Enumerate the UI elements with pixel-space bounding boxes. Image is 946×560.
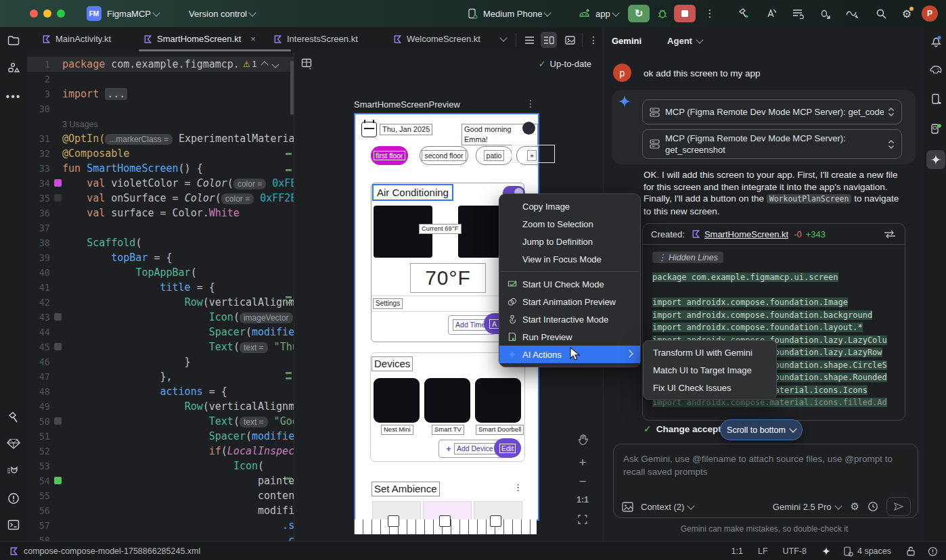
resource-manager-tool-button[interactable]	[0, 62, 27, 74]
status-file-name[interactable]: compose-compose-model-1758866285245.xml	[24, 546, 200, 556]
rerun-button[interactable]: ↻	[628, 5, 650, 22]
line-ending[interactable]: LF	[758, 546, 768, 556]
gear-icon[interactable]: ⚙	[851, 500, 859, 513]
menu-item-view-in-focus-mode[interactable]: View in Focus Mode	[499, 250, 640, 268]
avatar[interactable]: P	[922, 5, 938, 22]
code-line[interactable]: 37	[27, 220, 294, 235]
attach-debugger-button[interactable]	[814, 5, 836, 22]
design-view-button[interactable]	[562, 32, 578, 48]
prev-problem-icon[interactable]	[261, 61, 269, 68]
code-line[interactable]: 55 contentD	[27, 488, 294, 503]
menu-item-start-animation-preview[interactable]: Start Animation Preview	[499, 293, 640, 310]
notifications-button[interactable]	[925, 35, 946, 47]
code-line[interactable]: 31@OptIn(...markerClass = ExperimentalMa…	[27, 131, 294, 146]
profile-avatar[interactable]	[522, 122, 535, 135]
code-line[interactable]: 57 .siz	[27, 518, 294, 533]
translate-actions-button[interactable]	[760, 5, 782, 22]
submenu-item-match-ui-to-target-image[interactable]: Match UI to Target Image	[644, 361, 776, 379]
todo-list-button[interactable]	[787, 5, 809, 22]
chip-patio[interactable]: patio	[476, 146, 512, 165]
zoom-out-button[interactable]: −	[573, 473, 592, 490]
code-line[interactable]: 3 Usages	[27, 116, 294, 131]
code-line[interactable]: 42 Row(verticalAlignmen	[27, 295, 294, 310]
preview-title[interactable]: SmartHomeScreenPreview	[354, 99, 460, 110]
close-tab-icon[interactable]: ×	[250, 34, 256, 44]
code-editor[interactable]: 1package com.example.figmamcp.u23import …	[27, 53, 294, 541]
code-line[interactable]: 2	[27, 72, 294, 87]
code-line[interactable]: 36 val surface = Color.White	[27, 206, 294, 220]
gutter-color-swatch[interactable]	[54, 194, 62, 202]
indent-setting[interactable]: 4 spaces	[857, 546, 891, 556]
zoom-reset-button[interactable]: 1:1	[573, 492, 592, 507]
code-line[interactable]: 40 TopAppBar(	[27, 265, 294, 280]
submenu-item-transform-ui-with-gemini[interactable]: Transform UI with Gemini	[644, 344, 776, 361]
gutter-color-swatch[interactable]	[54, 477, 62, 484]
code-line[interactable]: 53 Icon(	[27, 459, 294, 473]
code-line[interactable]: 44 Spacer(modifier	[27, 325, 294, 340]
terminal-tool-button[interactable]	[0, 519, 27, 530]
gutter-color-swatch[interactable]	[54, 179, 62, 187]
chip-first-floor[interactable]: first floor	[371, 146, 408, 165]
app-quality-insights-tool-button[interactable]	[0, 438, 27, 450]
unlock-icon[interactable]	[906, 546, 916, 557]
code-line[interactable]: 3import ...	[27, 87, 294, 101]
debug-button[interactable]	[652, 5, 673, 22]
code-line[interactable]: 43 Icon(imageVector	[27, 310, 294, 325]
device-manager-tool-button[interactable]	[925, 93, 946, 105]
ambience-kebab[interactable]: ⋮	[514, 482, 522, 492]
run-config-selector[interactable]: app	[579, 9, 618, 19]
code-line[interactable]: 35 val onSurface = Color(color = 0xFF2E2	[27, 191, 294, 206]
zoom-in-button[interactable]: +	[573, 454, 592, 471]
preview-layout-button[interactable]	[301, 58, 313, 70]
build-tool-button[interactable]	[0, 411, 27, 423]
gutter-color-swatch[interactable]	[54, 313, 62, 321]
code-line[interactable]: 41 title = {	[27, 280, 294, 295]
scroll-to-bottom-button[interactable]: Scroll to bottom	[720, 419, 803, 440]
code-line[interactable]: 34 val violetColor = Color(color = 0xFEB	[27, 176, 294, 191]
close-window-button[interactable]	[30, 9, 38, 18]
code-line[interactable]: 56 modifier	[27, 503, 294, 518]
search-everywhere-button[interactable]	[870, 5, 892, 22]
zoom-to-fit-button[interactable]	[573, 511, 592, 528]
code-line[interactable]: 48 actions = {	[27, 384, 294, 399]
tool-call-get-screenshot[interactable]: MCP (Figma Remote Dev Mode MCP Server): …	[642, 129, 902, 159]
gemini-prompt-input[interactable]: Ask Gemini, use @filename to attach sour…	[613, 444, 918, 518]
logcat-tool-button[interactable]	[0, 465, 27, 477]
file-encoding[interactable]: UTF-8	[783, 546, 807, 556]
code-line[interactable]: 39 topBar = {	[27, 250, 294, 265]
build-run-button[interactable]	[733, 5, 754, 22]
context-selector[interactable]: Context (2)	[641, 502, 684, 512]
project-tool-button[interactable]	[0, 35, 27, 46]
menu-item-start-ui-check-mode[interactable]: Start UI Check Mode	[499, 275, 640, 293]
menu-item-copy-image[interactable]: Copy Image	[499, 197, 640, 215]
project-selector[interactable]: FM FigmaMCP	[87, 6, 159, 21]
code-line[interactable]: 33fun SmartHomeScreen() {	[27, 161, 294, 176]
tab-agent[interactable]: Agent	[667, 36, 692, 46]
caret-position[interactable]: 1:1	[731, 546, 743, 556]
inspections-widget[interactable]: ⚠ 1	[238, 57, 283, 71]
tab-gemini[interactable]: Gemini	[612, 36, 641, 46]
code-line[interactable]: 54 painter	[27, 473, 294, 488]
code-view-button[interactable]	[521, 32, 537, 48]
stop-button[interactable]	[674, 5, 696, 22]
device-image[interactable]	[475, 378, 521, 423]
history-clock-icon[interactable]	[868, 501, 878, 512]
diff-icon[interactable]	[883, 230, 897, 239]
selection-handle[interactable]	[512, 145, 555, 163]
created-file-link[interactable]: SmartHomeScreen.kt	[704, 229, 788, 239]
code-line[interactable]: 47 },	[27, 369, 294, 384]
code-line[interactable]: 58 .cli	[27, 533, 294, 541]
code-line[interactable]: 49 Row(verticalAlignmen	[27, 399, 294, 414]
code-line[interactable]: 32@Composable	[27, 146, 294, 161]
code-line[interactable]: 38 Scaffold(	[27, 235, 294, 250]
code-line[interactable]: 45 Text(text = "Thu,	[27, 340, 294, 354]
gemini-tool-button[interactable]	[925, 150, 946, 169]
code-line[interactable]: 46 }	[27, 354, 294, 369]
device-image[interactable]	[424, 378, 470, 423]
error-highlight-icon[interactable]	[928, 546, 938, 557]
minimize-window-button[interactable]	[43, 9, 51, 18]
maximize-window-button[interactable]	[57, 9, 65, 18]
running-devices-tool-button[interactable]	[925, 123, 946, 135]
profiler-button[interactable]	[841, 5, 863, 22]
next-problem-icon[interactable]	[272, 60, 279, 68]
